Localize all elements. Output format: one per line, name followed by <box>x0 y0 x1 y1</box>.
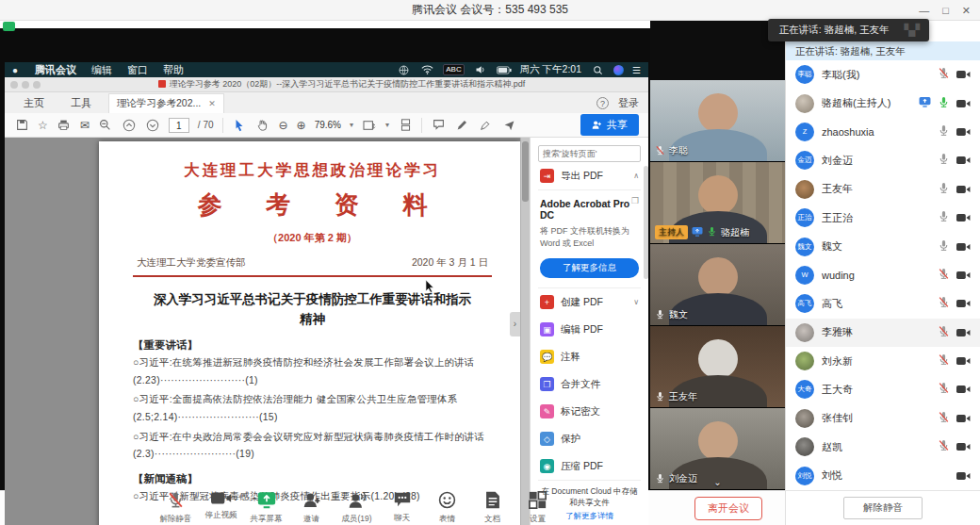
close-tab-icon[interactable]: ✕ <box>208 99 216 108</box>
siri-icon[interactable] <box>613 65 624 75</box>
mac-menu-腾讯会议[interactable]: 腾讯会议 <box>27 64 84 75</box>
participant-row-王友年[interactable]: 王友年 <box>786 175 980 204</box>
star-icon[interactable]: ☆ <box>38 119 48 132</box>
chevron-icon[interactable]: ∨ <box>633 298 639 306</box>
minimize-button[interactable]: — <box>919 1 929 20</box>
mouse-cursor <box>425 279 435 297</box>
doc-toc-item: ○习近平:在统筹推进新冠肺炎疫情防控和经济社会发展工作部署会议上的讲话(2.23… <box>133 354 492 389</box>
participant-row-李雅琳[interactable]: 李雅琳 <box>786 319 980 347</box>
participant-row-刘悦[interactable]: 刘悦刘悦 <box>786 461 980 489</box>
members-button[interactable]: 成员(19) <box>339 491 374 525</box>
collapse-strip-icon[interactable]: ⌄ <box>713 477 721 487</box>
pdf-document-area[interactable]: 大连理工大学思想政治理论学习 参 考 资 料 （2020 年第 2 期） 大连理… <box>5 138 530 525</box>
participant-row-王大奇[interactable]: 大奇王大奇 <box>786 375 980 403</box>
participant-row-高飞[interactable]: 高飞高飞 <box>786 289 980 318</box>
panel-collapse-handle[interactable]: › <box>510 312 520 336</box>
camera-status-icon <box>956 381 971 398</box>
participant-row-赵凯[interactable]: 赵凯 <box>786 433 980 461</box>
select-cursor-icon[interactable] <box>232 118 247 133</box>
participant-row-刘金迈[interactable]: 金迈刘金迈 <box>786 146 980 174</box>
menubar-clock[interactable]: 周六 下午2:01 <box>520 63 581 76</box>
tool-export-pdf[interactable]: ⇥导出 PDF∧ <box>538 162 641 189</box>
participant-row-魏文[interactable]: 魏文魏文 <box>786 232 980 260</box>
document-scrollbar[interactable] <box>520 138 530 525</box>
video-tile-刘金迈[interactable]: 刘金迈⌄ <box>650 408 785 490</box>
participant-row-zhaoshuxia[interactable]: Zzhaoshuxia <box>786 118 980 146</box>
tab-document[interactable]: 理论学习参考202... ✕ <box>108 93 224 113</box>
zoom-level[interactable]: 79.6% <box>315 120 341 130</box>
tools-panel-scrollbar[interactable] <box>644 166 648 279</box>
traffic-lights[interactable] <box>10 81 41 89</box>
tool-combine-files[interactable]: ❐合并文件 <box>538 370 641 398</box>
wifi-icon[interactable] <box>419 62 434 77</box>
tools-search-input[interactable] <box>538 145 641 162</box>
leave-meeting-button[interactable]: 离开会议 <box>694 497 762 520</box>
video-tile-魏文[interactable]: 魏文 <box>650 244 785 326</box>
participant-row-wuding[interactable]: Wwuding <box>786 261 980 289</box>
tab-home[interactable]: 主页 <box>10 93 57 113</box>
hand-tool-icon[interactable] <box>255 118 270 133</box>
tool-compress-pdf[interactable]: ◉压缩 PDF <box>538 452 641 480</box>
video-tile-王友年[interactable]: 王友年 <box>650 326 785 408</box>
caret-up-icon[interactable]: ▲ <box>237 492 244 499</box>
zoom-caret-icon[interactable]: ▾ <box>350 121 353 129</box>
send-export-icon[interactable] <box>501 118 516 133</box>
unmute-button[interactable]: ▲解除静音 <box>158 491 193 525</box>
video-tile-李聪[interactable]: 李聪 <box>650 80 785 162</box>
chat-button[interactable]: 聊天 <box>384 491 419 525</box>
email-icon[interactable]: ✉ <box>80 119 90 132</box>
fit-width-icon[interactable] <box>362 118 377 133</box>
emoji-button[interactable]: 表情 <box>430 491 465 525</box>
page-up-icon[interactable] <box>122 118 137 133</box>
sign-in-link[interactable]: 登录 <box>618 96 639 110</box>
zoom-in-icon[interactable]: ⊕ <box>297 119 306 132</box>
tool-edit-pdf[interactable]: ▣编辑 PDF <box>538 316 641 343</box>
input-source-icon[interactable]: ABC <box>443 64 464 75</box>
spotlight-search-icon[interactable] <box>590 62 605 77</box>
page-down-icon[interactable] <box>145 118 160 133</box>
invite-button[interactable]: 邀请 <box>294 491 329 525</box>
stop-video-button[interactable]: ▲停止视频 <box>204 491 238 525</box>
close-button[interactable]: ✕ <box>962 1 971 20</box>
tool-comment[interactable]: 💬注释 <box>538 343 641 370</box>
docs-button[interactable]: 文档 <box>475 491 510 525</box>
zoom-out-search-icon[interactable] <box>98 118 113 133</box>
tool-protect[interactable]: ◇保护 <box>538 425 641 452</box>
help-icon[interactable]: ? <box>596 97 609 109</box>
save-icon[interactable] <box>14 118 29 133</box>
learn-more-button[interactable]: 了解更多信息 <box>540 258 639 278</box>
participants-list[interactable]: 李聪李聪(我)骆超楠(主持人)Zzhaoshuxia金迈刘金迈王友年正治王正治魏… <box>786 60 980 490</box>
notification-center-icon[interactable]: ☰ <box>632 65 641 75</box>
globe-icon[interactable] <box>396 62 411 77</box>
comment-icon[interactable] <box>431 118 446 133</box>
video-tile-骆超楠[interactable]: 主持人骆超楠 <box>650 162 785 244</box>
print-icon[interactable] <box>57 118 72 133</box>
participant-row-刘永新[interactable]: 刘永新 <box>786 347 980 375</box>
apple-menu-icon[interactable]: ● <box>12 65 18 75</box>
volume-icon[interactable] <box>473 62 488 77</box>
participant-row-李聪(我)[interactable]: 李聪李聪(我) <box>786 60 980 89</box>
maximize-button[interactable]: □ <box>942 1 949 20</box>
tool-create-pdf[interactable]: +创建 PDF∨ <box>538 288 641 316</box>
participant-row-王正治[interactable]: 正治王正治 <box>786 204 980 232</box>
mac-menu-编辑[interactable]: 编辑 <box>84 64 120 75</box>
page-number-input[interactable]: 1 <box>169 118 189 133</box>
participant-row-骆超楠(主持人)[interactable]: 骆超楠(主持人) <box>786 89 980 117</box>
fill-sign-icon[interactable] <box>478 118 493 133</box>
participant-row-张佳钊[interactable]: 张佳钊 <box>786 404 980 433</box>
mac-menu-帮助[interactable]: 帮助 <box>155 64 191 75</box>
caret-up-icon[interactable]: ▲ <box>192 492 199 499</box>
tool-redact[interactable]: ✎标记密文 <box>538 398 641 425</box>
unmute-panel-button[interactable]: 解除静音 <box>843 497 923 519</box>
battery-icon[interactable] <box>497 62 512 77</box>
scrolling-mode-icon[interactable] <box>398 118 413 133</box>
tab-tools[interactable]: 工具 <box>57 93 105 113</box>
acrobat-share-button[interactable]: 共享 <box>580 114 639 136</box>
settings-button[interactable]: 设置 <box>520 491 555 525</box>
participant-name: zhaoshuxia <box>822 126 930 138</box>
pencil-icon[interactable] <box>454 118 469 133</box>
chevron-icon[interactable]: ∧ <box>633 172 639 180</box>
mac-menu-窗口[interactable]: 窗口 <box>120 64 155 75</box>
zoom-out-icon[interactable]: ⊖ <box>279 119 288 132</box>
share-screen-button[interactable]: 共享屏幕 <box>249 491 284 525</box>
